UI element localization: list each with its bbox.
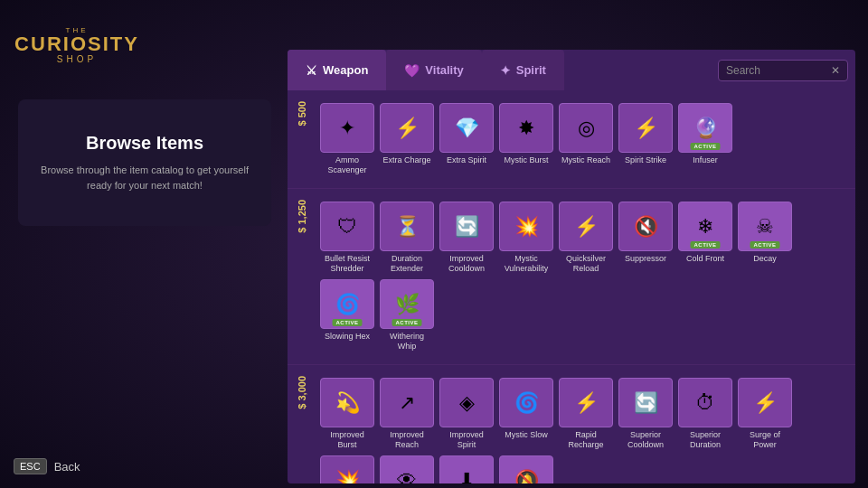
item-card-2-10[interactable]: ⬇ACTIVEKnockdown xyxy=(439,455,494,483)
search-clear-icon[interactable]: ✕ xyxy=(831,64,840,77)
item-icon-box-2-6: ⏱ xyxy=(678,378,732,427)
item-icon-box-1-5: 🔇 xyxy=(618,202,673,251)
search-box[interactable]: ✕ xyxy=(718,60,848,81)
weapon-tab-icon: ⚔ xyxy=(306,63,317,78)
item-icon-box-0-2: 💎 xyxy=(439,103,494,153)
item-icon-box-1-0: 🛡 xyxy=(320,202,374,251)
search-input[interactable] xyxy=(726,64,826,77)
items-scroll-area[interactable]: $ 500✦Ammo Scavenger⚡Extra Charge💎Extra … xyxy=(288,90,855,483)
item-card-1-6[interactable]: ❄ACTIVECold Front xyxy=(678,202,732,274)
item-card-0-0[interactable]: ✦Ammo Scavenger xyxy=(320,103,374,175)
browse-title: Browse Items xyxy=(86,133,203,154)
item-card-1-7[interactable]: ☠ACTIVEDecay xyxy=(738,202,792,274)
item-card-0-1[interactable]: ⚡Extra Charge xyxy=(380,103,434,175)
item-icon-box-2-4: ⚡ xyxy=(559,378,613,427)
item-icon-box-1-9: 🌿ACTIVE xyxy=(380,279,434,329)
item-icon-box-1-1: ⏳ xyxy=(380,202,434,251)
spirit-tab-icon: ✦ xyxy=(500,63,511,78)
item-card-2-11[interactable]: 🔕ACTIVESilence Glyph xyxy=(499,455,553,483)
item-card-2-0[interactable]: 💫Improved Burst xyxy=(320,378,374,450)
item-card-0-2[interactable]: 💎Extra Spirit xyxy=(439,103,494,175)
item-name-0-6: Infuser xyxy=(693,155,718,175)
item-card-1-1[interactable]: ⏳Duration Extender xyxy=(380,202,434,274)
price-label-2: $ 3,000 xyxy=(288,372,316,413)
item-card-2-9[interactable]: 👁ACTIVEEthereal Shift xyxy=(380,455,434,483)
item-name-1-9: Withering Whip xyxy=(380,332,434,352)
item-name-2-3: Mystic Slow xyxy=(505,430,548,450)
item-icon-box-1-6: ❄ACTIVE xyxy=(678,202,732,251)
item-icon-box-0-4: ◎ xyxy=(559,103,613,153)
vitality-tab-label: Vitality xyxy=(425,63,463,77)
active-badge: ACTIVE xyxy=(392,319,421,326)
item-icon-box-0-1: ⚡ xyxy=(380,103,434,153)
item-card-2-1[interactable]: ↗Improved Reach xyxy=(380,378,434,450)
item-name-2-5: Superior Cooldown xyxy=(618,430,673,450)
item-card-1-4[interactable]: ⚡Quicksilver Reload xyxy=(559,202,613,274)
price-rows-container: $ 500✦Ammo Scavenger⚡Extra Charge💎Extra … xyxy=(288,90,855,483)
item-card-0-3[interactable]: ✸Mystic Burst xyxy=(499,103,553,175)
esc-key: ESC xyxy=(14,458,47,474)
tab-spirit[interactable]: ✦ Spirit xyxy=(482,50,564,90)
tab-weapon[interactable]: ⚔ Weapon xyxy=(288,50,386,90)
browse-panel: Browse Items Browse through the item cat… xyxy=(18,99,271,226)
item-name-0-3: Mystic Burst xyxy=(504,155,548,175)
price-label-1: $ 1,250 xyxy=(288,196,316,237)
logo-main: CURIOSITY xyxy=(14,34,139,54)
logo-sub: SHOP xyxy=(57,54,97,64)
item-name-2-1: Improved Reach xyxy=(380,430,434,450)
item-name-1-1: Duration Extender xyxy=(380,254,434,274)
item-card-2-7[interactable]: ⚡Surge of Power xyxy=(738,378,792,450)
item-card-1-2[interactable]: 🔄Improved Cooldown xyxy=(439,202,494,274)
item-icon-box-0-3: ✸ xyxy=(499,103,553,153)
item-icon-box-1-2: 🔄 xyxy=(439,202,494,251)
active-badge: ACTIVE xyxy=(690,241,720,249)
item-card-2-6[interactable]: ⏱Superior Duration xyxy=(678,378,732,450)
price-row-1: $ 1,250🛡Bullet Resist Shredder⏳Duration … xyxy=(288,189,855,365)
item-icon-box-1-7: ☠ACTIVE xyxy=(738,202,792,251)
item-name-1-5: Suppressor xyxy=(625,254,666,274)
item-card-1-3[interactable]: 💥Mystic Vulnerability xyxy=(499,202,553,274)
item-icon-box-2-3: 🌀 xyxy=(499,378,553,427)
item-name-1-8: Slowing Hex xyxy=(325,332,370,352)
item-icon-box-1-3: 💥 xyxy=(499,202,553,251)
item-card-0-6[interactable]: 🔮ACTIVEInfuser xyxy=(678,103,732,175)
item-name-1-2: Improved Cooldown xyxy=(439,254,494,274)
item-card-1-9[interactable]: 🌿ACTIVEWithering Whip xyxy=(380,279,434,352)
item-card-2-8[interactable]: 💥Torment Pulse xyxy=(320,455,374,483)
item-icon-box-0-0: ✦ xyxy=(320,103,374,153)
item-card-0-4[interactable]: ◎Mystic Reach xyxy=(559,103,613,175)
item-name-0-1: Extra Charge xyxy=(382,155,430,175)
item-card-2-4[interactable]: ⚡Rapid Recharge xyxy=(559,378,613,450)
item-icon-box-1-4: ⚡ xyxy=(559,202,613,251)
item-name-0-4: Mystic Reach xyxy=(561,155,610,175)
item-name-1-4: Quicksilver Reload xyxy=(559,254,613,274)
item-name-1-7: Decay xyxy=(753,254,777,274)
item-name-0-0: Ammo Scavenger xyxy=(320,155,374,175)
active-badge: ACTIVE xyxy=(690,143,720,150)
item-name-2-7: Surge of Power xyxy=(738,430,792,450)
item-card-1-5[interactable]: 🔇Suppressor xyxy=(618,202,673,274)
item-card-1-0[interactable]: 🛡Bullet Resist Shredder xyxy=(320,202,374,274)
item-icon-box-2-10: ⬇ACTIVE xyxy=(439,455,494,483)
price-row-0: $ 500✦Ammo Scavenger⚡Extra Charge💎Extra … xyxy=(288,90,855,189)
item-name-2-0: Improved Burst xyxy=(320,430,374,450)
item-name-1-0: Bullet Resist Shredder xyxy=(320,254,374,274)
tab-vitality[interactable]: 💜 Vitality xyxy=(386,50,481,90)
active-badge: ACTIVE xyxy=(332,319,362,326)
item-card-0-5[interactable]: ⚡Spirit Strike xyxy=(618,103,673,175)
item-name-1-3: Mystic Vulnerability xyxy=(499,254,553,274)
item-icon-box-2-7: ⚡ xyxy=(738,378,792,427)
item-name-1-6: Cold Front xyxy=(686,254,724,274)
shop-panel: ⚔ Weapon 💜 Vitality ✦ Spirit ✕ $ 500✦Amm… xyxy=(288,50,855,483)
price-label-0: $ 500 xyxy=(288,98,316,130)
item-card-1-8[interactable]: 🌀ACTIVESlowing Hex xyxy=(320,279,374,352)
item-icon-box-2-5: 🔄 xyxy=(618,378,673,427)
item-card-2-3[interactable]: 🌀Mystic Slow xyxy=(499,378,553,450)
tab-bar: ⚔ Weapon 💜 Vitality ✦ Spirit ✕ xyxy=(288,50,855,90)
item-icon-box-0-5: ⚡ xyxy=(618,103,673,153)
item-card-2-5[interactable]: 🔄Superior Cooldown xyxy=(618,378,673,450)
item-card-2-2[interactable]: ◈Improved Spirit xyxy=(439,378,494,450)
esc-back-area: ESC Back xyxy=(14,458,80,474)
items-grid-0: ✦Ammo Scavenger⚡Extra Charge💎Extra Spiri… xyxy=(316,98,846,181)
items-grid-1: 🛡Bullet Resist Shredder⏳Duration Extende… xyxy=(316,196,846,357)
